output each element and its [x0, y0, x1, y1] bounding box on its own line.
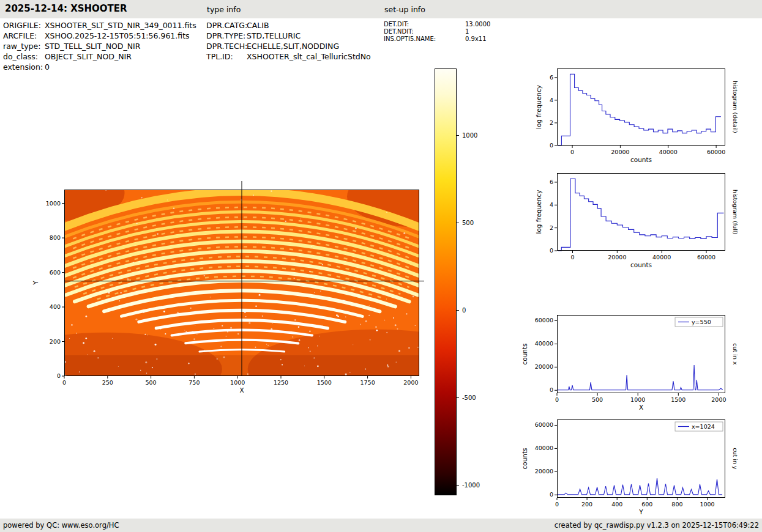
field-label: DET.DIT: — [384, 21, 465, 28]
svg-text:counts: counts — [521, 448, 528, 469]
field-value: XSHOOTER_slt_cal_TelluricStdNo — [247, 51, 371, 62]
svg-text:0: 0 — [550, 247, 553, 254]
svg-text:0: 0 — [570, 254, 574, 260]
meta-row: extension: 0 — [3, 62, 196, 72]
meta-row: do_class: OBJECT_SLIT_NOD_NIR — [3, 51, 196, 62]
colorbar-tick-label: 0 — [462, 306, 466, 313]
field-label: raw_type: — [3, 41, 45, 51]
field-label: DPR.TYPE: — [206, 31, 247, 41]
svg-text:40000: 40000 — [535, 340, 553, 347]
svg-text:250: 250 — [102, 379, 113, 386]
svg-text:x=1024: x=1024 — [692, 423, 715, 430]
svg-text:1750: 1750 — [360, 379, 375, 386]
page-title: 2025-12-14: XSHOOTER — [5, 3, 127, 14]
colorbar-tick-label: 500 — [462, 219, 474, 226]
svg-text:X: X — [239, 386, 244, 394]
field-value: 0 — [45, 62, 50, 72]
svg-text:1500: 1500 — [671, 396, 685, 403]
svg-text:200: 200 — [50, 338, 61, 345]
field-value: 0.9x11 — [465, 35, 487, 43]
cut-in-x-plot: 05001000150020000200004000060000Xcountsc… — [557, 315, 725, 393]
svg-text:400: 400 — [50, 303, 61, 310]
field-value: ECHELLE,SLIT,NODDING — [247, 41, 339, 51]
svg-text:1000: 1000 — [46, 200, 61, 207]
svg-text:cut in y: cut in y — [732, 448, 739, 470]
svg-text:6: 6 — [550, 179, 553, 185]
cut-in-y-plot: 020040060080010000200004000060000Ycounts… — [557, 419, 725, 498]
header-bar: 2025-12-14: XSHOOTER type info set-up in… — [0, 0, 762, 18]
meta-row: ORIGFILE: XSHOOTER_SLT_STD_NIR_349_0011.… — [3, 20, 196, 31]
svg-text:500: 500 — [592, 396, 603, 403]
meta-row: DPR.TYPE: STD,TELLURIC — [206, 31, 371, 41]
svg-text:60000: 60000 — [707, 149, 725, 155]
svg-text:counts: counts — [521, 343, 528, 364]
footer-created-by: created by qc_rawdisp.py v1.2.3 on 2025-… — [555, 521, 759, 530]
footer-bar: powered by QC: www.eso.org/HC created by… — [0, 519, 762, 532]
svg-text:Y: Y — [638, 508, 643, 515]
field-label: DET.NDIT: — [384, 28, 465, 35]
colorbar-tick-label: 1000 — [462, 131, 477, 138]
type-info-heading: type info — [207, 5, 241, 14]
field-label: do_class: — [3, 51, 45, 62]
svg-text:0: 0 — [555, 501, 559, 508]
svg-text:600: 600 — [641, 501, 652, 508]
colorbar-tick-label: -1000 — [462, 481, 480, 488]
field-value: XSHOOTER_SLT_STD_NIR_349_0011.fits — [45, 20, 196, 31]
svg-text:log frequency: log frequency — [535, 85, 542, 129]
svg-text:40000: 40000 — [652, 254, 671, 260]
meta-row: DPR.CATG: CALIB — [206, 20, 371, 31]
svg-text:1250: 1250 — [274, 379, 288, 386]
field-value: XSHOO.2025-12-15T05:51:56.961.fits — [45, 31, 190, 41]
svg-text:cut in x: cut in x — [732, 343, 739, 365]
field-label: ORIGFILE: — [3, 20, 45, 31]
field-value: STD_TELL_SLIT_NOD_NIR — [45, 41, 140, 51]
svg-text:2000: 2000 — [403, 379, 418, 386]
histogram-full-plot: 02000040000600000246countslog frequencyh… — [557, 173, 725, 251]
colorbar-tick-mark — [457, 310, 459, 311]
field-label: TPL.ID: — [206, 51, 247, 62]
field-label: ARCFILE: — [3, 31, 45, 41]
svg-text:0: 0 — [57, 372, 61, 379]
svg-text:6: 6 — [550, 74, 553, 81]
meta-row: INS.OPTI5.NAME: 0.9x11 — [384, 35, 490, 43]
svg-text:20000: 20000 — [608, 254, 626, 260]
svg-text:800: 800 — [50, 234, 61, 241]
meta-row: TPL.ID: XSHOOTER_slt_cal_TelluricStdNo — [206, 51, 371, 62]
svg-text:60000: 60000 — [535, 317, 553, 323]
raw-frame-plot: 0250500750100012501500175020000200400600… — [64, 190, 419, 376]
footer-powered-by: powered by QC: www.eso.org/HC — [3, 521, 119, 530]
svg-text:2000: 2000 — [711, 396, 726, 403]
file-info-block: ORIGFILE: XSHOOTER_SLT_STD_NIR_349_0011.… — [3, 20, 196, 72]
field-value: OBJECT_SLIT_NOD_NIR — [45, 51, 132, 62]
setup-info-block: DET.DIT: 13.0000 DET.NDIT: 1 INS.OPTI5.N… — [384, 21, 490, 43]
svg-text:1000: 1000 — [230, 379, 245, 386]
meta-row: raw_type: STD_TELL_SLIT_NOD_NIR — [3, 41, 196, 51]
field-value: STD,TELLURIC — [247, 31, 301, 41]
meta-row: ARCFILE: XSHOO.2025-12-15T05:51:56.961.f… — [3, 31, 196, 41]
svg-text:0: 0 — [550, 142, 553, 149]
svg-text:40000: 40000 — [535, 445, 553, 451]
svg-text:2: 2 — [550, 119, 553, 126]
svg-text:0: 0 — [550, 386, 553, 393]
svg-text:20000: 20000 — [535, 468, 553, 475]
svg-text:500: 500 — [146, 379, 157, 386]
svg-text:0: 0 — [570, 149, 574, 155]
svg-text:400: 400 — [611, 501, 622, 508]
svg-text:X: X — [639, 404, 643, 411]
svg-text:y=550: y=550 — [692, 319, 711, 325]
field-label: DPR.TECH: — [206, 41, 247, 51]
setup-info-heading: set-up info — [384, 5, 425, 14]
svg-text:Y: Y — [32, 281, 39, 286]
colorbar-tick-mark — [457, 223, 459, 223]
svg-text:1500: 1500 — [317, 379, 332, 386]
colorbar-tick-label: -500 — [462, 394, 476, 401]
svg-text:2: 2 — [550, 224, 553, 231]
meta-row: DPR.TECH: ECHELLE,SLIT,NODDING — [206, 41, 371, 51]
colorbar-tick-mark — [457, 397, 459, 398]
colorbar: 10005000-500-1000 — [435, 68, 457, 495]
field-label: DPR.CATG: — [206, 20, 247, 31]
svg-text:20000: 20000 — [535, 363, 553, 370]
field-label: INS.OPTI5.NAME: — [384, 35, 465, 43]
field-value: 1 — [465, 28, 469, 35]
field-value: CALIB — [247, 20, 269, 31]
